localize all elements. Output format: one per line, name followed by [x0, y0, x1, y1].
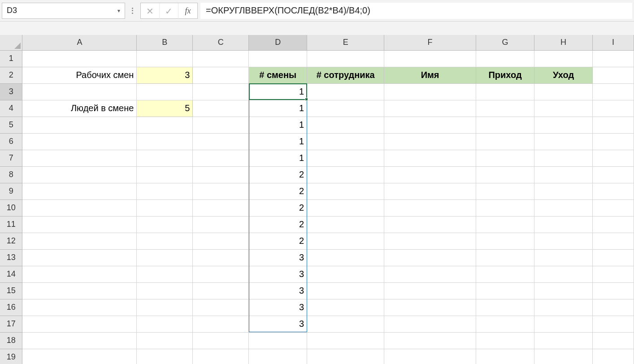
- cell-F18[interactable]: [384, 332, 476, 349]
- cell-E12[interactable]: [307, 233, 384, 249]
- cell-E1[interactable]: [307, 50, 384, 67]
- cell-A3[interactable]: [22, 83, 137, 100]
- col-header-G[interactable]: G: [476, 35, 534, 50]
- col-header-A[interactable]: A: [22, 35, 137, 50]
- cell-D9[interactable]: 2: [249, 183, 307, 199]
- cell-G2[interactable]: Приход: [476, 67, 534, 83]
- cell-B6[interactable]: [137, 133, 193, 150]
- cell-H1[interactable]: [534, 50, 593, 67]
- col-header-C[interactable]: C: [193, 35, 249, 50]
- cell-B13[interactable]: [137, 249, 193, 266]
- cell-E10[interactable]: [307, 199, 384, 216]
- cell-C9[interactable]: [193, 183, 249, 199]
- cell-H11[interactable]: [534, 216, 593, 233]
- cell-G3[interactable]: [476, 83, 534, 100]
- cell-G6[interactable]: [476, 133, 534, 150]
- cell-H4[interactable]: [534, 100, 593, 117]
- cell-E6[interactable]: [307, 133, 384, 150]
- spreadsheet-grid[interactable]: A B C D E F G H I 12Рабочих смен3# смены…: [0, 35, 634, 364]
- cell-B7[interactable]: [137, 150, 193, 166]
- cell-C12[interactable]: [193, 233, 249, 249]
- cell-G15[interactable]: [476, 282, 534, 299]
- cell-H15[interactable]: [534, 282, 593, 299]
- cell-C13[interactable]: [193, 249, 249, 266]
- cell-I15[interactable]: [592, 282, 634, 299]
- cell-E14[interactable]: [307, 266, 384, 282]
- row-header-9[interactable]: 9: [0, 183, 22, 199]
- cell-E15[interactable]: [307, 282, 384, 299]
- row-header-12[interactable]: 12: [0, 233, 22, 249]
- row-header-14[interactable]: 14: [0, 266, 22, 282]
- cell-A19[interactable]: [22, 349, 137, 364]
- cell-B5[interactable]: [137, 117, 193, 133]
- row-header-7[interactable]: 7: [0, 150, 22, 166]
- cell-D12[interactable]: 2: [249, 233, 307, 249]
- cell-A10[interactable]: [22, 199, 137, 216]
- row-header-3[interactable]: 3: [0, 83, 22, 100]
- cell-I4[interactable]: [592, 100, 634, 117]
- cell-C14[interactable]: [193, 266, 249, 282]
- cell-A2[interactable]: Рабочих смен: [22, 67, 137, 83]
- cell-B17[interactable]: [137, 316, 193, 332]
- cell-A17[interactable]: [22, 316, 137, 332]
- row-header-10[interactable]: 10: [0, 199, 22, 216]
- col-header-E[interactable]: E: [307, 35, 384, 50]
- name-box[interactable]: D3 ▾: [2, 3, 125, 19]
- cell-F17[interactable]: [384, 316, 476, 332]
- cell-D11[interactable]: 2: [249, 216, 307, 233]
- cell-A9[interactable]: [22, 183, 137, 199]
- cell-F11[interactable]: [384, 216, 476, 233]
- cell-D5[interactable]: 1: [249, 117, 307, 133]
- cell-F13[interactable]: [384, 249, 476, 266]
- cell-F19[interactable]: [384, 349, 476, 364]
- row-header-13[interactable]: 13: [0, 249, 22, 266]
- cell-G19[interactable]: [476, 349, 534, 364]
- cell-A4[interactable]: Людей в смене: [22, 100, 137, 117]
- cell-A6[interactable]: [22, 133, 137, 150]
- cell-E4[interactable]: [307, 100, 384, 117]
- row-header-16[interactable]: 16: [0, 299, 22, 316]
- cell-E9[interactable]: [307, 183, 384, 199]
- cell-E11[interactable]: [307, 216, 384, 233]
- cell-G4[interactable]: [476, 100, 534, 117]
- cell-B19[interactable]: [137, 349, 193, 364]
- cell-C2[interactable]: [193, 67, 249, 83]
- cell-D10[interactable]: 2: [249, 199, 307, 216]
- cell-C8[interactable]: [193, 166, 249, 183]
- cell-I11[interactable]: [592, 216, 634, 233]
- cell-C6[interactable]: [193, 133, 249, 150]
- cell-B18[interactable]: [137, 332, 193, 349]
- cell-I1[interactable]: [592, 50, 634, 67]
- cell-H7[interactable]: [534, 150, 593, 166]
- row-header-6[interactable]: 6: [0, 133, 22, 150]
- cell-B9[interactable]: [137, 183, 193, 199]
- cell-I7[interactable]: [592, 150, 634, 166]
- cell-A1[interactable]: [22, 50, 137, 67]
- cell-D13[interactable]: 3: [249, 249, 307, 266]
- cell-I13[interactable]: [592, 249, 634, 266]
- cell-D19[interactable]: [249, 349, 307, 364]
- cell-I5[interactable]: [592, 117, 634, 133]
- cell-I12[interactable]: [592, 233, 634, 249]
- row-header-15[interactable]: 15: [0, 282, 22, 299]
- cell-F10[interactable]: [384, 199, 476, 216]
- col-header-H[interactable]: H: [534, 35, 593, 50]
- cell-B11[interactable]: [137, 216, 193, 233]
- cell-C1[interactable]: [193, 50, 249, 67]
- cell-F16[interactable]: [384, 299, 476, 316]
- cell-I2[interactable]: [592, 67, 634, 83]
- cell-G16[interactable]: [476, 299, 534, 316]
- cell-D18[interactable]: [249, 332, 307, 349]
- col-header-B[interactable]: B: [137, 35, 193, 50]
- cell-C7[interactable]: [193, 150, 249, 166]
- cell-D3[interactable]: 1: [249, 83, 307, 100]
- cell-C4[interactable]: [193, 100, 249, 117]
- cell-A15[interactable]: [22, 282, 137, 299]
- cell-G13[interactable]: [476, 249, 534, 266]
- cell-F12[interactable]: [384, 233, 476, 249]
- cell-D8[interactable]: 2: [249, 166, 307, 183]
- cell-D7[interactable]: 1: [249, 150, 307, 166]
- cell-A14[interactable]: [22, 266, 137, 282]
- cell-G1[interactable]: [476, 50, 534, 67]
- cell-H3[interactable]: [534, 83, 593, 100]
